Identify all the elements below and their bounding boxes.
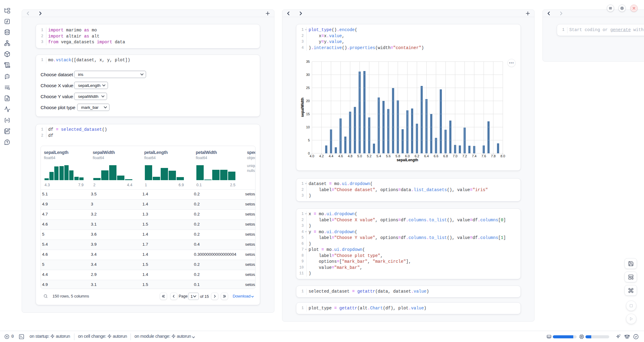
svg-text:7.2: 7.2 (462, 154, 467, 158)
svg-text:7.4: 7.4 (472, 154, 476, 158)
svg-text:5.2: 5.2 (367, 154, 371, 158)
svg-text:7.8: 7.8 (491, 154, 496, 158)
svg-text:5: 5 (308, 138, 310, 142)
svg-text:6.2: 6.2 (415, 154, 419, 158)
svg-text:5.4: 5.4 (376, 154, 381, 158)
svg-text:30: 30 (306, 73, 310, 77)
svg-text:0: 0 (308, 151, 310, 155)
svg-text:8.0: 8.0 (500, 154, 505, 158)
svg-text:4.6: 4.6 (338, 154, 343, 158)
svg-text:6.0: 6.0 (405, 154, 410, 158)
svg-text:5.6: 5.6 (386, 154, 391, 158)
svg-text:5.0: 5.0 (357, 154, 362, 158)
svg-text:4.0: 4.0 (309, 154, 314, 158)
svg-text:6.8: 6.8 (443, 154, 448, 158)
svg-text:5.8: 5.8 (395, 154, 400, 158)
svg-text:20: 20 (306, 99, 310, 103)
svg-text:15: 15 (306, 112, 310, 116)
svg-text:7.6: 7.6 (481, 154, 486, 158)
svg-text:4.8: 4.8 (348, 154, 352, 158)
svg-text:35: 35 (306, 60, 310, 63)
svg-text:10: 10 (306, 125, 310, 129)
svg-text:6.4: 6.4 (424, 154, 429, 158)
svg-text:4.2: 4.2 (319, 154, 324, 158)
svg-text:sepalLength: sepalLength (397, 158, 418, 162)
svg-text:sepalWidth: sepalWidth (300, 98, 305, 117)
svg-text:25: 25 (306, 86, 310, 90)
svg-text:6.6: 6.6 (434, 154, 438, 158)
svg-text:4.4: 4.4 (329, 154, 333, 158)
svg-text:7.0: 7.0 (453, 154, 457, 158)
